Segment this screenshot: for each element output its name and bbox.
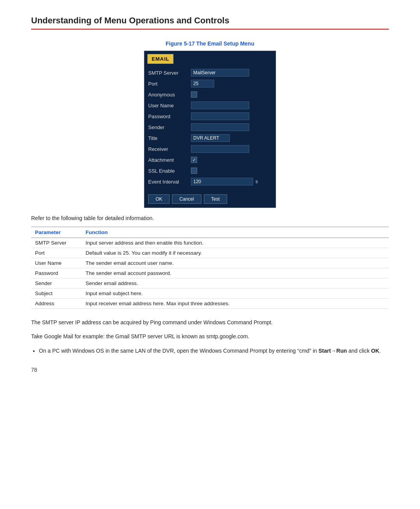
- table-cell-parameter: Address: [31, 299, 82, 309]
- menu-label-ssl: SSL Enable: [148, 168, 191, 174]
- table-row: AddressInput receiver email address here…: [31, 299, 389, 309]
- table-row: User NameThe sender email account user n…: [31, 258, 389, 268]
- page-title: Understanding of Menu Operations and Con…: [31, 16, 389, 30]
- ok-button[interactable]: OK: [148, 194, 170, 204]
- table-header-parameter: Parameter: [31, 227, 82, 238]
- menu-label-receiver: Receiver: [148, 146, 191, 152]
- menu-label-title: Title: [148, 135, 191, 141]
- figure-caption: Figure 5-17 The Email Setup Menu: [31, 40, 389, 47]
- body-para-1: The SMTP server IP address can be acquir…: [31, 318, 389, 327]
- menu-label-anonymous: Anonymous: [148, 92, 191, 98]
- table-header-function: Function: [82, 227, 389, 238]
- table-cell-parameter: Sender: [31, 278, 82, 289]
- table-row: SMTP ServerInput server address and then…: [31, 238, 389, 248]
- menu-row-anonymous: Anonymous: [148, 90, 272, 99]
- menu-label-sender: Sender: [148, 124, 191, 130]
- body-para-2: Take Google Mail for example: the Gmail …: [31, 332, 389, 341]
- parameter-table: Parameter Function SMTP ServerInput serv…: [31, 227, 389, 309]
- attachment-checkbox[interactable]: ✓: [191, 157, 197, 163]
- menu-row-password: Password: [148, 112, 272, 121]
- bold-start-run: Start→Run: [318, 348, 347, 354]
- table-cell-function: Sender email address.: [82, 278, 389, 289]
- table-cell-function: Default value is 25. You can modify it i…: [82, 248, 389, 258]
- table-row: SenderSender email address.: [31, 278, 389, 289]
- menu-label-password: Password: [148, 114, 191, 119]
- email-menu-body: SMTP Server Port Anonymous User Name Pas…: [144, 67, 276, 191]
- menu-label-username: User Name: [148, 103, 191, 108]
- menu-label-attachment: Attachment: [148, 157, 191, 163]
- table-cell-parameter: Subject: [31, 289, 82, 299]
- sender-input[interactable]: [191, 123, 249, 131]
- menu-row-port: Port: [148, 79, 272, 88]
- table-cell-parameter: Password: [31, 268, 82, 278]
- password-input[interactable]: [191, 112, 249, 120]
- table-row: PortDefault value is 25. You can modify …: [31, 248, 389, 258]
- cancel-button[interactable]: Cancel: [172, 194, 201, 204]
- ssl-checkbox[interactable]: [191, 168, 197, 174]
- menu-label-event-interval: Event Interval: [148, 179, 191, 185]
- email-menu-box: EMAIL SMTP Server Port Anonymous User Na…: [144, 51, 276, 208]
- table-cell-parameter: User Name: [31, 258, 82, 268]
- anonymous-checkbox[interactable]: [191, 91, 197, 98]
- menu-row-sender: Sender: [148, 123, 272, 131]
- menu-row-username: User Name: [148, 101, 272, 110]
- menu-row-ssl: SSL Enable: [148, 166, 272, 175]
- table-cell-function: Input email subject here.: [82, 289, 389, 299]
- table-cell-function: Input server address and then enable thi…: [82, 238, 389, 248]
- refer-text: Refer to the following table for detaile…: [31, 215, 389, 221]
- test-button[interactable]: Test: [204, 194, 227, 204]
- email-menu-diagram: EMAIL SMTP Server Port Anonymous User Na…: [31, 51, 389, 208]
- menu-row-receiver: Receiver: [148, 145, 272, 153]
- menu-buttons-row: OK Cancel Test: [144, 191, 276, 208]
- receiver-input[interactable]: [191, 145, 249, 153]
- username-input[interactable]: [191, 101, 249, 109]
- table-cell-function: Input receiver email address here. Max i…: [82, 299, 389, 309]
- event-interval-container: s: [191, 178, 258, 185]
- event-interval-unit: s: [256, 179, 258, 184]
- table-row: PasswordThe sender email account passwor…: [31, 268, 389, 278]
- email-menu-header: EMAIL: [147, 54, 173, 64]
- port-input[interactable]: [191, 80, 214, 87]
- table-cell-function: The sender email account password.: [82, 268, 389, 278]
- menu-row-title: Title: [148, 134, 272, 142]
- menu-row-event-interval: Event Interval s: [148, 177, 272, 186]
- bold-ok: OK: [371, 348, 379, 354]
- table-cell-parameter: Port: [31, 248, 82, 258]
- bullet-list: On a PC with Windows OS in the same LAN …: [39, 346, 389, 355]
- bullet-item-1: On a PC with Windows OS in the same LAN …: [39, 346, 389, 355]
- table-cell-parameter: SMTP Server: [31, 238, 82, 248]
- table-cell-function: The sender email account user name.: [82, 258, 389, 268]
- event-interval-input[interactable]: [191, 178, 253, 185]
- smtp-server-input[interactable]: [191, 69, 249, 77]
- menu-row-smtp: SMTP Server: [148, 68, 272, 77]
- page-number: 78: [31, 367, 389, 373]
- menu-row-attachment: Attachment ✓: [148, 156, 272, 164]
- menu-label-smtp: SMTP Server: [148, 70, 191, 76]
- title-input[interactable]: [191, 134, 230, 142]
- table-row: SubjectInput email subject here.: [31, 289, 389, 299]
- menu-label-port: Port: [148, 81, 191, 87]
